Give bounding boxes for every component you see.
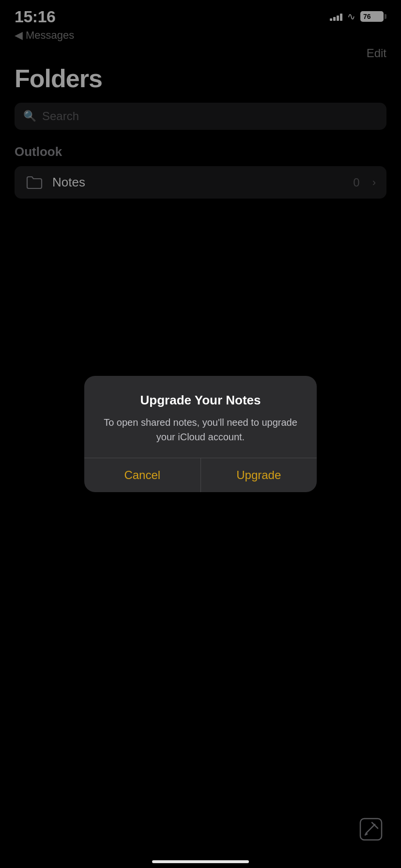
upgrade-button[interactable]: Upgrade — [201, 458, 317, 492]
alert-title: Upgrade Your Notes — [99, 392, 302, 409]
cancel-button[interactable]: Cancel — [84, 458, 200, 492]
modal-overlay: Upgrade Your Notes To open shared notes,… — [0, 0, 401, 868]
alert-dialog: Upgrade Your Notes To open shared notes,… — [84, 376, 317, 493]
alert-message: To open shared notes, you'll need to upg… — [99, 415, 302, 444]
alert-content: Upgrade Your Notes To open shared notes,… — [84, 376, 317, 458]
alert-buttons: Cancel Upgrade — [84, 458, 317, 492]
home-indicator — [152, 860, 249, 863]
